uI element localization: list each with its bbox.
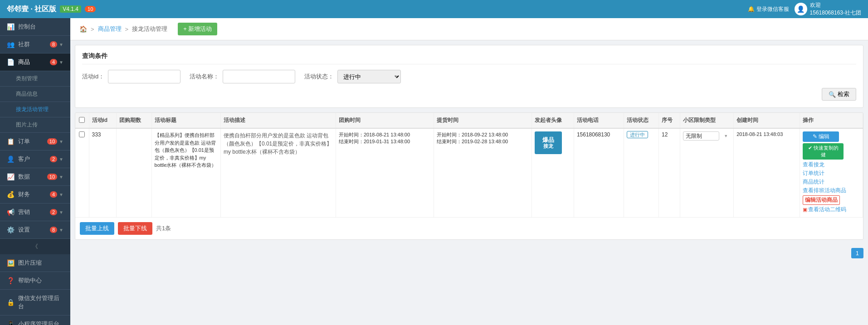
customer-icon: 👤 [7, 155, 15, 163]
row-checkbox[interactable] [79, 131, 85, 137]
sidebar-item-product[interactable]: 📄 商品 4 ▼ [0, 53, 70, 71]
sidebar-subitem-label: 商品信息 [16, 91, 38, 97]
query-name-input[interactable] [223, 70, 295, 83]
main-content: 🏠 > 商品管理 > 接龙活动管理 + 新增活动 查询条件 活动id： 活动名称… [70, 18, 868, 325]
sidebar-item-inner: 📋 订单 [7, 137, 30, 146]
product-icon: 📄 [7, 58, 15, 66]
app-title: 邻邻壹 · 社区版 [7, 5, 56, 14]
sidebar-item-inner: 🖼️ 图片压缩 [7, 259, 42, 267]
sidebar-item-dashboard[interactable]: 📊 控制台 [0, 18, 70, 36]
restriction-select[interactable]: 无限制 限制 [683, 131, 719, 141]
finance-icon: 💰 [7, 191, 15, 198]
sidebar-item-settings[interactable]: ⚙️ 设置 8 ▼ [0, 221, 70, 239]
bottom-bar: 批量上线 批量下线 共1条 [75, 218, 863, 239]
th-pickup-time: 提货时间 [434, 113, 532, 128]
product-badge: 4 [50, 59, 57, 65]
chevron-down-icon: ▼ [59, 210, 63, 215]
header-right: 🔔 登录微信客服 👤 欢迎 15618068163-社七团 [748, 1, 861, 17]
qr-icon: ▣ [803, 207, 807, 213]
chevron-down-icon: ▼ [59, 42, 63, 47]
sidebar-item-inner: ❓ 帮助中心 [7, 276, 42, 285]
sidebar-item-community[interactable]: 👥 社群 8 ▼ [0, 36, 70, 53]
sidebar-subitem-label: 接龙活动管理 [16, 106, 49, 112]
row-actions: ✎ 编辑 ✔ 快速复制的健 查看接龙 订单统计 商品统计 查看排班活动商品 编辑… [800, 128, 863, 218]
page-1-button[interactable]: 1 [851, 248, 863, 258]
welcome-text: 欢迎 [810, 1, 861, 9]
community-badge: 8 [50, 41, 57, 48]
breadcrumb: 🏠 > 商品管理 > 接龙活动管理 + 新增活动 [70, 18, 868, 40]
user-id: 15618068163-社七团 [810, 9, 861, 17]
community-icon: 👥 [7, 41, 15, 48]
sidebar-item-inner: 📈 数据 [7, 173, 30, 181]
sidebar-item-inner: 🔒 微信支付管理后台 [7, 294, 63, 310]
customer-badge: 2 [50, 156, 57, 162]
select-all-checkbox[interactable] [79, 117, 85, 123]
sidebar: 📊 控制台 👥 社群 8 ▼ 📄 商品 4 ▼ [0, 18, 70, 325]
settings-right: 8 ▼ [50, 227, 63, 233]
search-button[interactable]: 🔍 检索 [822, 88, 856, 101]
batch-offline-button[interactable]: 批量下线 [118, 222, 152, 235]
sidebar-item-inner: 💰 财务 [7, 190, 30, 199]
finance-badge: 4 [50, 191, 57, 198]
query-row: 活动id： 活动名称： 活动状态： 全部 进行中 已结束 未开始 [82, 70, 856, 83]
collapse-icon: 《 [32, 243, 38, 251]
product-right: 4 ▼ [50, 59, 63, 65]
order-stats-button[interactable]: 订单统计 [803, 170, 824, 177]
notification-badge[interactable]: 10 [85, 6, 96, 12]
row-title: 【精品系列】便携自拍杆部分用户发的是蓝色款 运动背包（颜色灰色）【0.01是预定… [151, 128, 220, 218]
sidebar-item-data[interactable]: 📈 数据 10 ▼ [0, 168, 70, 186]
marketing-badge: 2 [50, 209, 57, 215]
sidebar-item-image-compress[interactable]: 🖼️ 图片压缩 [0, 254, 70, 272]
breadcrumb-sep1: > [91, 26, 94, 33]
img-bottom-text: 接龙 [543, 143, 553, 149]
marketing-right: 2 ▼ [50, 209, 63, 215]
sidebar-collapse-button[interactable]: 《 [0, 239, 70, 254]
chevron-down-icon: ▼ [59, 228, 63, 233]
sidebar-item-wechat-pay[interactable]: 🔒 微信支付管理后台 [0, 290, 70, 315]
view-jielong-button[interactable]: 查看接龙 [803, 161, 824, 169]
community-right: 8 ▼ [50, 41, 63, 48]
total-count: 共1条 [156, 224, 171, 233]
th-action: 操作 [800, 113, 863, 128]
buy-time-start: 开始时间：2018-08-21 13:48:00 [339, 131, 431, 138]
buy-time-end: 结束时间：2019-01-31 13:48:00 [339, 138, 431, 145]
sidebar-subitem-product-info[interactable]: 商品信息 [0, 87, 70, 102]
sidebar-label-order: 订单 [18, 137, 30, 146]
sidebar-item-finance[interactable]: 💰 财务 4 ▼ [0, 186, 70, 204]
sidebar-item-marketing[interactable]: 📢 营销 2 ▼ [0, 204, 70, 221]
sidebar-subitem-image-upload[interactable]: 图片上传 [0, 117, 70, 133]
data-icon: 📈 [7, 173, 15, 180]
row-period [117, 128, 151, 218]
view-qr-label: 查看活动二维码 [808, 206, 846, 213]
order-badge: 10 [47, 138, 57, 145]
view-qr-button[interactable]: ▣ 查看活动二维码 [803, 206, 846, 213]
batch-online-button[interactable]: 批量上线 [80, 222, 114, 235]
product-stats-button[interactable]: 商品统计 [803, 178, 824, 186]
breadcrumb-link-product[interactable]: 商品管理 [98, 25, 122, 33]
table-row: 333 【精品系列】便携自拍杆部分用户发的是蓝色款 运动背包（颜色灰色）【0.0… [75, 128, 863, 218]
wechat-service-btn[interactable]: 🔔 登录微信客服 [748, 5, 789, 13]
sidebar-item-inner: 👤 客户 [7, 155, 30, 163]
sidebar-subitem-jielong[interactable]: 接龙活动管理 [0, 102, 70, 117]
edit-button[interactable]: ✎ 编辑 [803, 131, 839, 142]
top-header: 邻邻壹 · 社区版 V4.1.4 10 🔔 登录微信客服 👤 欢迎 156180… [0, 0, 868, 18]
sidebar-item-help[interactable]: ❓ 帮助中心 [0, 272, 70, 290]
settings-badge: 8 [50, 227, 57, 233]
sidebar-label-community: 社群 [18, 40, 30, 49]
add-activity-button[interactable]: + 新增活动 [178, 23, 217, 35]
row-buy-time: 开始时间：2018-08-21 13:48:00 结束时间：2019-01-31… [336, 128, 434, 218]
edit-products-button[interactable]: 编辑活动商品 [803, 195, 840, 205]
sidebar-subitem-category[interactable]: 类别管理 [0, 71, 70, 87]
chevron-down-icon: ▼ [59, 175, 63, 179]
quick-copy-button[interactable]: ✔ 快速复制的健 [803, 143, 844, 160]
help-icon: ❓ [7, 277, 15, 284]
sidebar-item-miniapp[interactable]: 📱 小程序管理后台 [0, 315, 70, 325]
query-status-select[interactable]: 全部 进行中 已结束 未开始 [337, 70, 401, 83]
sidebar-item-customer[interactable]: 👤 客户 2 ▼ [0, 150, 70, 168]
view-products-button[interactable]: 查看排班活动商品 [803, 187, 846, 194]
sidebar-item-order[interactable]: 📋 订单 10 ▼ [0, 133, 70, 150]
sidebar-label-product: 商品 [18, 58, 30, 66]
version-badge: V4.1.4 [60, 5, 81, 13]
query-id-input[interactable] [108, 70, 180, 83]
row-created: 2018-08-21 13:48:03 [734, 128, 800, 218]
